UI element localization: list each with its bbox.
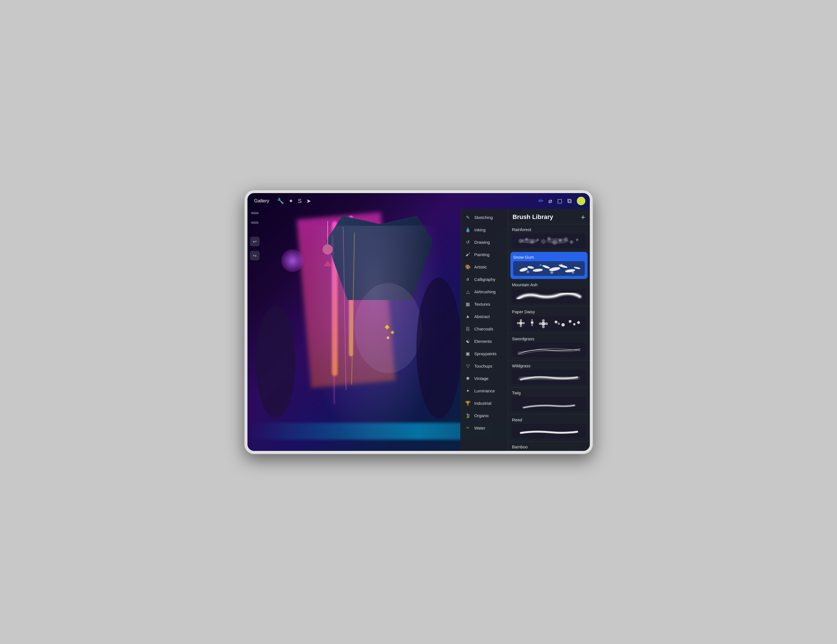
svg-point-40 [520, 319, 522, 321]
svg-point-49 [542, 325, 545, 328]
category-item-water[interactable]: ≈ Water [460, 422, 508, 434]
svg-point-39 [519, 321, 522, 325]
textures-icon: ▦ [465, 301, 471, 307]
magic-icon[interactable]: ✦ [289, 198, 293, 204]
color-picker[interactable] [577, 197, 585, 205]
brush-name-twig: Twig [512, 390, 586, 395]
drawing-icon: ↺ [465, 239, 471, 245]
category-item-drawing[interactable]: ↺ Drawing [460, 236, 508, 248]
brush-preview-rainforest [512, 234, 586, 248]
brush-name-rainforest: Rainforest [512, 227, 586, 232]
svg-point-22 [570, 240, 573, 244]
undo-button[interactable]: ↩ [250, 237, 259, 246]
brush-size-slider[interactable] [251, 212, 259, 214]
brush-list: Brush Library + Rainforest [508, 209, 590, 451]
brush-preview-paper-daisy [512, 316, 586, 331]
svg-point-29 [542, 264, 550, 269]
brush-list-header: Brush Library + [508, 209, 590, 224]
category-item-charcoals[interactable]: ||| Charcoals [460, 323, 508, 335]
svg-point-27 [527, 266, 534, 269]
svg-point-55 [569, 320, 571, 323]
painting-icon: 🖌 [465, 251, 471, 257]
art-orbs [281, 249, 304, 272]
inking-icon: 💧 [465, 226, 471, 233]
top-bar: Gallery 🔧 ✦ S ➤ ✏ ⌀ ◻ ⧉ [248, 193, 590, 209]
arrow-icon[interactable]: ➤ [306, 198, 311, 204]
svg-point-48 [542, 319, 545, 322]
airbrushing-icon: △ [465, 288, 471, 295]
brush-preview-mountain-ash [512, 289, 586, 303]
brush-name-snow-gum: Snow Gum [513, 255, 585, 259]
svg-point-56 [573, 323, 576, 325]
smudge-icon[interactable]: S [298, 198, 302, 204]
category-item-vintage[interactable]: ✱ Vintage [460, 372, 508, 385]
organic-icon: 🍃 [465, 412, 471, 419]
brush-item-twig[interactable]: Twig [508, 388, 590, 415]
spraypaints-icon: ▣ [465, 351, 471, 357]
svg-point-30 [549, 267, 560, 272]
gallery-button[interactable]: Gallery [252, 197, 272, 205]
category-item-airbrushing[interactable]: △ Airbrushing [460, 285, 508, 298]
category-item-calligraphy[interactable]: a Calligraphy [460, 273, 508, 285]
category-item-industrial[interactable]: 🏆 Industrial [460, 397, 508, 409]
svg-point-42 [522, 322, 525, 324]
svg-point-47 [542, 322, 545, 326]
top-bar-left: Gallery 🔧 ✦ S ➤ [252, 197, 311, 205]
svg-point-43 [517, 322, 519, 324]
brush-item-wildgrass[interactable]: Wildgrass [508, 361, 590, 388]
svg-point-36 [550, 271, 553, 274]
category-item-artistic[interactable]: 🎨 Artistic [460, 261, 508, 273]
brush-preview-swordgrass [512, 343, 586, 357]
brush-name-bamboo: Bamboo [512, 444, 586, 449]
brush-name-paper-daisy: Paper Daisy [512, 309, 586, 314]
category-item-elements[interactable]: ☯ Elements [460, 335, 508, 347]
brush-item-reed[interactable]: Reed [508, 415, 590, 442]
svg-point-28 [532, 268, 543, 272]
wrench-icon[interactable]: 🔧 [277, 198, 284, 204]
art-character [304, 226, 445, 451]
category-item-painting[interactable]: 🖌 Painting [460, 248, 508, 261]
svg-point-17 [541, 239, 546, 244]
category-item-touchups[interactable]: ▽ Touchups [460, 360, 508, 372]
elements-icon: ☯ [465, 338, 471, 344]
brush-item-paper-daisy[interactable]: Paper Daisy [508, 306, 590, 334]
category-item-luminance[interactable]: ✦ Luminance [460, 385, 508, 397]
calligraphy-icon: a [465, 276, 471, 282]
svg-point-50 [545, 322, 548, 325]
svg-point-38 [572, 271, 574, 274]
brush-item-rainforest[interactable]: Rainforest [508, 224, 590, 251]
brush-item-bamboo[interactable]: Bamboo [508, 442, 590, 451]
brush-preview-snow-gum [513, 261, 585, 276]
category-item-organic[interactable]: 🍃 Organic [460, 409, 508, 422]
pencil-tool-icon[interactable]: ✏ [538, 197, 543, 205]
category-item-inking[interactable]: 💧 Inking [460, 223, 508, 236]
eraser-tool-icon[interactable]: ◻ [557, 197, 562, 205]
add-brush-button[interactable]: + [581, 213, 585, 221]
svg-point-54 [561, 323, 565, 326]
smudge-tool-icon[interactable]: ⌀ [548, 197, 552, 205]
layers-icon[interactable]: ⧉ [567, 197, 572, 205]
abstract-icon: ▲ [465, 313, 471, 320]
svg-point-33 [573, 267, 581, 270]
category-item-textures[interactable]: ▦ Textures [460, 298, 508, 310]
brush-item-swordgrass[interactable]: Swordgrass [508, 334, 590, 361]
brush-preview-twig [512, 397, 586, 411]
category-item-abstract[interactable]: ▲ Abstract [460, 310, 508, 323]
opacity-slider[interactable] [251, 221, 259, 224]
brush-preview-wildgrass [512, 370, 586, 385]
category-item-sketching[interactable]: ✎ Sketching [460, 211, 508, 223]
brush-item-mountain-ash[interactable]: Mountain Ash [508, 280, 590, 306]
svg-point-51 [539, 322, 542, 325]
vintage-icon: ✱ [465, 375, 471, 382]
ipad-frame: Gallery 🔧 ✦ S ➤ ✏ ⌀ ◻ ⧉ ↩ [244, 190, 593, 454]
svg-point-46 [531, 324, 533, 326]
touchups-icon: ▽ [465, 363, 471, 369]
sketching-icon: ✎ [465, 214, 471, 220]
svg-point-53 [558, 323, 560, 325]
category-item-spraypaints[interactable]: ▣ Spraypaints [460, 347, 508, 360]
brush-item-snow-gum[interactable]: Snow Gum [510, 252, 588, 279]
left-sidebar: ↩ ↪ [248, 209, 262, 451]
redo-button[interactable]: ↪ [250, 251, 259, 261]
category-list: ✎ Sketching 💧 Inking ↺ Drawing 🖌 Paintin… [460, 209, 508, 451]
brush-name-wildgrass: Wildgrass [512, 364, 586, 368]
